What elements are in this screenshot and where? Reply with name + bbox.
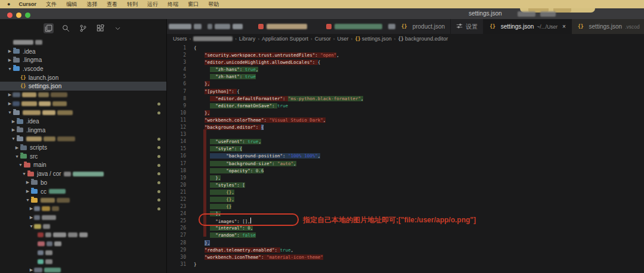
- code-line-6[interactable]: },: [194, 80, 363, 88]
- tree-item-redacted[interactable]: ▶: [0, 266, 166, 273]
- tab-product-json-0[interactable]: {}product.json: [395, 19, 451, 34]
- tree-item-redacted[interactable]: [0, 38, 166, 47]
- code-line-27[interactable]: "random": false: [194, 232, 363, 239]
- tree-item-src[interactable]: ▼src: [0, 152, 166, 161]
- chevron-right-icon[interactable]: ▶: [25, 189, 30, 194]
- code-line-8[interactable]: "editor.defaultFormatter": "ms-python.bl…: [194, 95, 363, 103]
- apple-menu-icon[interactable]: ●: [6, 1, 14, 7]
- code-line-11[interactable]: "workbench.colorTheme": "Visual Studio D…: [194, 117, 363, 124]
- menu-item-8[interactable]: 窗口: [183, 1, 203, 7]
- code-region[interactable]: 1234567891011121314151617181920212223242…: [167, 44, 644, 273]
- tree-item--lingma[interactable]: ▶.lingma: [0, 55, 166, 64]
- zoom-window-button[interactable]: [25, 13, 30, 18]
- chevron-down-icon[interactable]: ▼: [7, 67, 13, 71]
- chevron-down-icon[interactable]: ▼: [7, 110, 13, 114]
- chevron-right-icon[interactable]: ▶: [7, 92, 13, 97]
- code-line-17[interactable]: "background-size": "auto",: [194, 160, 363, 167]
- source-control-icon[interactable]: [78, 23, 88, 33]
- tree-item-redacted[interactable]: ▼: [0, 222, 166, 231]
- tree-item-redacted[interactable]: ▶: [0, 204, 166, 213]
- chevron-down-icon[interactable]: [113, 23, 123, 33]
- search-icon[interactable]: [61, 23, 71, 33]
- tree-item-launch-json[interactable]: {}launch.json: [0, 73, 166, 82]
- code-line-28[interactable]: },: [194, 240, 363, 247]
- tree-item-redacted[interactable]: ▼: [0, 108, 166, 117]
- chevron-right-icon[interactable]: ▶: [7, 58, 13, 63]
- tree-item-redacted[interactable]: ▼: [0, 135, 166, 144]
- code-line-20[interactable]: "styles": [: [194, 182, 363, 189]
- code-line-13[interactable]: [194, 131, 363, 138]
- menu-item-2[interactable]: 编辑: [61, 1, 82, 7]
- breadcrumb-item[interactable]: {}settings.json: [355, 36, 392, 42]
- code-line-31[interactable]: }: [194, 261, 363, 268]
- breadcrumb-redacted[interactable]: [193, 36, 233, 41]
- code-line-19[interactable]: },: [194, 175, 363, 182]
- tree-item--idea[interactable]: ▶.idea: [0, 47, 166, 56]
- tab---1[interactable]: 设置: [451, 19, 484, 34]
- close-icon[interactable]: ×: [562, 23, 566, 30]
- chevron-right-icon[interactable]: ▶: [29, 215, 34, 220]
- files-icon[interactable]: [44, 23, 54, 33]
- code-line-21[interactable]: {},: [194, 189, 363, 196]
- code-line-16[interactable]: "background-position": "100% 100%",: [194, 153, 363, 160]
- breadcrumb-item[interactable]: {}background.editor: [398, 36, 448, 42]
- menu-item-1[interactable]: 文件: [41, 1, 61, 7]
- menu-item-6[interactable]: 运行: [143, 1, 163, 7]
- chevron-right-icon[interactable]: ▶: [11, 119, 16, 124]
- code-line-22[interactable]: {},: [194, 196, 363, 203]
- tree-item-redacted[interactable]: ▼: [0, 196, 166, 204]
- breadcrumb-item[interactable]: User: [337, 36, 348, 42]
- tree-item--idea[interactable]: ▶.idea: [0, 117, 166, 126]
- tree-item-redacted[interactable]: [0, 231, 166, 240]
- code-line-15[interactable]: "style": {: [194, 145, 363, 153]
- chevron-right-icon[interactable]: ▶: [29, 268, 34, 272]
- code-line-12[interactable]: "background.editor": {: [194, 124, 363, 131]
- tree-item-main[interactable]: ▼main: [0, 161, 166, 170]
- code-line-2[interactable]: "security.workspace.trust.untrustedFiles…: [194, 52, 363, 59]
- tree-item-bo[interactable]: ▶bo: [0, 178, 166, 187]
- menu-item-4[interactable]: 查看: [102, 1, 122, 7]
- code-line-3[interactable]: "editor.unicodeHighlight.allowedLocales"…: [194, 59, 363, 66]
- minimize-window-button[interactable]: [16, 13, 21, 18]
- chevron-right-icon[interactable]: ▶: [7, 49, 13, 54]
- menu-item-5[interactable]: 转到: [122, 1, 143, 7]
- code-line-10[interactable]: },: [194, 110, 363, 117]
- code-line-4[interactable]: "zh-hans": true,: [194, 66, 363, 73]
- chevron-right-icon[interactable]: ▶: [25, 180, 30, 185]
- tree-item-redacted[interactable]: ▶: [0, 100, 166, 108]
- tree-item-redacted[interactable]: [0, 257, 166, 266]
- chevron-down-icon[interactable]: ▼: [21, 172, 27, 176]
- code-line-9[interactable]: "editor.formatOnSave": true: [194, 103, 363, 110]
- tree-item-settings-json[interactable]: {}settings.json: [0, 82, 166, 91]
- code-line-1[interactable]: {: [194, 45, 363, 52]
- chevron-right-icon[interactable]: ▶: [7, 101, 13, 106]
- chevron-down-icon[interactable]: ▼: [18, 163, 23, 167]
- tree-item-cc[interactable]: ▶cc: [0, 187, 166, 196]
- close-window-button[interactable]: [7, 13, 13, 18]
- menu-item-0[interactable]: Cursor: [14, 1, 41, 7]
- menu-item-3[interactable]: 选择: [82, 1, 102, 7]
- menu-item-7[interactable]: 终端: [163, 1, 183, 7]
- tree-item-redacted[interactable]: [0, 240, 166, 249]
- breadcrumb-item[interactable]: Users: [173, 36, 187, 42]
- code-line-30[interactable]: "workbench.iconTheme": "material-icon-th…: [194, 254, 363, 261]
- code-lines[interactable]: { "security.workspace.trust.untrustedFil…: [194, 45, 363, 268]
- menu-item-9[interactable]: 帮助: [203, 1, 224, 7]
- breadcrumb-item[interactable]: Cursor: [315, 36, 331, 42]
- code-line-26[interactable]: "interval": 0,: [194, 225, 363, 232]
- tree-item-redacted[interactable]: ▶: [0, 213, 166, 222]
- chevron-down-icon[interactable]: ▼: [29, 224, 34, 228]
- tab-settings-json-2[interactable]: {}settings.json~/.../User×: [484, 19, 572, 34]
- chevron-right-icon[interactable]: ▶: [29, 206, 34, 211]
- chevron-down-icon[interactable]: ▼: [14, 154, 20, 159]
- tree-item-redacted[interactable]: [0, 249, 166, 258]
- tree-item-scripts[interactable]: ▶scripts: [0, 143, 166, 152]
- tree-item--vscode[interactable]: ▼.vscode: [0, 64, 166, 73]
- code-line-7[interactable]: "[python]": {: [194, 88, 363, 95]
- code-line-23[interactable]: {}: [194, 203, 363, 210]
- code-line-5[interactable]: "zh-hant": true: [194, 73, 363, 80]
- tree-item--lingma[interactable]: ▶.lingma: [0, 126, 166, 135]
- tree-item-redacted[interactable]: ▶: [0, 91, 166, 100]
- chevron-down-icon[interactable]: ▼: [11, 136, 16, 141]
- extensions-icon[interactable]: [95, 23, 106, 33]
